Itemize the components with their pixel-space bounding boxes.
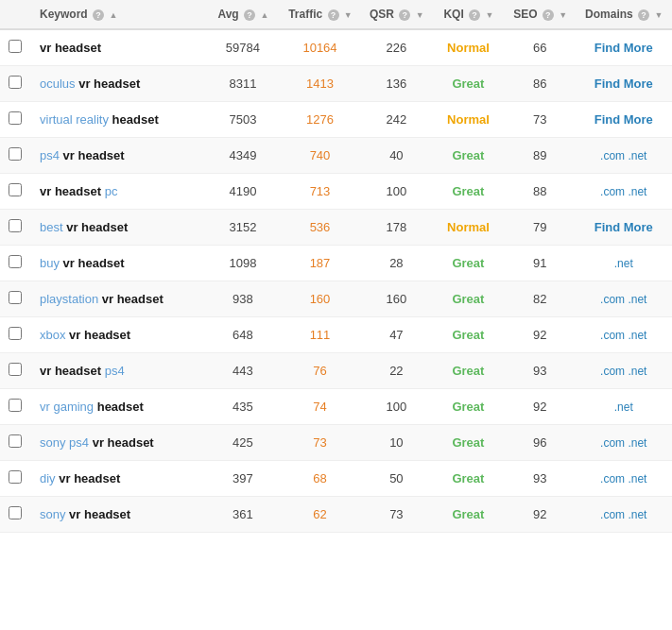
seo-cell: 86: [505, 66, 576, 102]
keyword-main: vr headset: [69, 328, 130, 342]
traffic-sort-icon[interactable]: ▼: [344, 10, 352, 18]
avg-header[interactable]: Avg ? ▲: [207, 0, 280, 29]
keyword-sort-icon[interactable]: ▲: [109, 10, 116, 18]
table-row: sony vr headset3616273Great92.com .net: [0, 497, 672, 533]
avg-cell: 8311: [207, 66, 280, 102]
row-checkbox[interactable]: [9, 219, 22, 232]
kqi-cell: Normal: [432, 102, 505, 138]
seo-cell: 88: [505, 174, 576, 210]
kqi-cell: Great: [432, 138, 505, 174]
keyword-prefix: xbox: [40, 328, 69, 342]
row-checkbox-cell: [0, 138, 30, 174]
table-row: vr headset pc4190713100Great88.com .net: [0, 174, 672, 210]
qsr-header[interactable]: QSR ? ▼: [361, 0, 432, 29]
row-checkbox[interactable]: [9, 183, 22, 196]
row-checkbox-cell: [0, 461, 30, 497]
avg-cell: 443: [207, 353, 280, 389]
seo-info-icon[interactable]: ?: [543, 9, 554, 21]
seo-cell: 92: [505, 317, 576, 353]
table-row: virtual reality headset75031276242Normal…: [0, 102, 672, 138]
seo-header[interactable]: SEO ? ▼: [505, 0, 576, 29]
qsr-cell: 100: [361, 389, 432, 425]
seo-sort-icon[interactable]: ▼: [559, 10, 566, 18]
traffic-cell: 160: [279, 281, 360, 317]
keyword-main: vr headset: [102, 292, 164, 306]
row-checkbox[interactable]: [9, 147, 22, 161]
avg-cell: 3152: [207, 210, 280, 246]
traffic-cell: 76: [279, 353, 360, 389]
qsr-cell: 40: [361, 138, 432, 174]
seo-cell: 93: [505, 353, 576, 389]
domains-cell[interactable]: Find More: [575, 66, 672, 102]
avg-cell: 4190: [207, 174, 280, 210]
domains-info-icon[interactable]: ?: [638, 9, 649, 21]
keyword-suffix: pc: [101, 184, 117, 198]
domains-cell: .com .net: [575, 425, 672, 461]
qsr-cell: 178: [361, 210, 432, 246]
avg-cell: 938: [207, 281, 280, 317]
traffic-header-label: Traffic: [288, 8, 322, 21]
domains-cell: .com .net: [575, 353, 672, 389]
avg-sort-icon[interactable]: ▲: [260, 10, 267, 18]
traffic-cell: 740: [279, 138, 360, 174]
traffic-header[interactable]: Traffic ? ▼: [279, 0, 360, 29]
row-checkbox[interactable]: [9, 363, 22, 376]
avg-cell: 59784: [207, 29, 280, 66]
keyword-main: headset: [112, 112, 159, 127]
row-checkbox[interactable]: [9, 76, 22, 89]
row-checkbox[interactable]: [9, 111, 22, 125]
kqi-info-icon[interactable]: ?: [469, 9, 480, 21]
kqi-header[interactable]: KQI ? ▼: [432, 0, 505, 29]
avg-cell: 435: [207, 389, 280, 425]
seo-header-label: SEO: [513, 8, 537, 21]
row-checkbox[interactable]: [9, 40, 22, 53]
domains-header-label: Domains: [585, 8, 633, 21]
row-checkbox[interactable]: [9, 434, 22, 448]
table-row: vr headset5978410164226Normal66Find More: [0, 29, 672, 66]
domains-cell[interactable]: Find More: [575, 210, 672, 246]
table-row: best vr headset3152536178Normal79Find Mo…: [0, 210, 672, 246]
domains-header[interactable]: Domains ? ▼: [575, 0, 672, 29]
domains-cell[interactable]: Find More: [575, 29, 672, 66]
row-checkbox[interactable]: [9, 255, 22, 268]
traffic-info-icon[interactable]: ?: [328, 9, 339, 21]
avg-cell: 397: [207, 461, 280, 497]
table-row: vr gaming headset43574100Great92.net: [0, 389, 672, 425]
table-row: sony ps4 vr headset4257310Great96.com .n…: [0, 425, 672, 461]
row-checkbox-cell: [0, 497, 30, 533]
traffic-cell: 536: [279, 210, 360, 246]
domains-cell[interactable]: Find More: [575, 102, 672, 138]
keyword-header[interactable]: Keyword ? ▲: [30, 0, 207, 29]
keyword-info-icon[interactable]: ?: [93, 9, 104, 21]
table-row: ps4 vr headset434974040Great89.com .net: [0, 138, 672, 174]
keyword-prefix: buy: [40, 256, 63, 270]
row-checkbox[interactable]: [9, 470, 22, 484]
row-checkbox-cell: [0, 425, 30, 461]
row-checkbox[interactable]: [9, 327, 22, 340]
row-checkbox[interactable]: [9, 506, 22, 519]
seo-cell: 92: [505, 497, 576, 533]
traffic-cell: 68: [279, 461, 360, 497]
row-checkbox[interactable]: [9, 399, 22, 412]
avg-info-icon[interactable]: ?: [244, 9, 255, 21]
domains-cell: .net: [575, 246, 672, 281]
keyword-main: vr headset: [40, 364, 101, 378]
kqi-sort-icon[interactable]: ▼: [485, 10, 492, 18]
row-checkbox-cell: [0, 174, 30, 210]
traffic-cell: 111: [279, 317, 360, 353]
table-row: diy vr headset3976850Great93.com .net: [0, 461, 672, 497]
kqi-header-label: KQI: [443, 8, 463, 21]
qsr-sort-icon[interactable]: ▼: [416, 10, 423, 18]
domains-cell: .com .net: [575, 317, 672, 353]
row-checkbox-cell: [0, 353, 30, 389]
seo-cell: 66: [505, 29, 576, 66]
table-row: xbox vr headset64811147Great92.com .net: [0, 317, 672, 353]
seo-cell: 89: [505, 138, 576, 174]
domains-sort-icon[interactable]: ▼: [654, 10, 662, 18]
row-checkbox[interactable]: [9, 291, 22, 304]
row-checkbox-cell: [0, 389, 30, 425]
avg-cell: 1098: [207, 246, 280, 281]
qsr-cell: 28: [361, 246, 432, 281]
keyword-prefix: vr gaming: [40, 400, 97, 414]
qsr-info-icon[interactable]: ?: [399, 9, 410, 21]
